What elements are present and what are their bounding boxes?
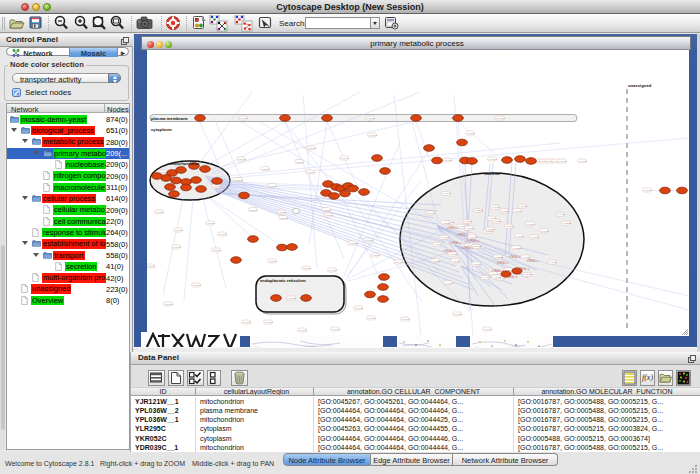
svg-text:Yxx00w: Yxx00w bbox=[264, 321, 273, 324]
svg-text:Yxx00w: Yxx00w bbox=[268, 260, 277, 263]
svg-text:Yxx00w: Yxx00w bbox=[237, 158, 246, 161]
svg-text:Yxx00w: Yxx00w bbox=[302, 267, 311, 270]
svg-text:Yxx00w: Yxx00w bbox=[488, 217, 497, 220]
svg-text:Yxx00w: Yxx00w bbox=[394, 261, 403, 264]
svg-text:Yxx00w: Yxx00w bbox=[488, 158, 497, 161]
svg-text:Yxx00w: Yxx00w bbox=[324, 214, 333, 217]
svg-text:Yxx00w: Yxx00w bbox=[401, 318, 410, 321]
svg-text:Yxx00w: Yxx00w bbox=[442, 222, 451, 225]
svg-text:Yxx00w: Yxx00w bbox=[522, 256, 531, 259]
svg-text:Yxx00w: Yxx00w bbox=[519, 205, 528, 208]
svg-text:Yxx00w: Yxx00w bbox=[557, 213, 566, 216]
svg-text:Yxx00w: Yxx00w bbox=[287, 297, 296, 300]
svg-text:Yxx00w: Yxx00w bbox=[506, 225, 515, 228]
svg-text:unassigned: unassigned bbox=[628, 83, 652, 88]
svg-text:Yxx00w: Yxx00w bbox=[449, 253, 458, 256]
svg-text:xYR00c-x: xYR00c-x bbox=[462, 246, 474, 250]
svg-text:Yxx00w: Yxx00w bbox=[482, 276, 491, 279]
svg-text:Yxx00w: Yxx00w bbox=[164, 303, 173, 306]
svg-text:Yxx00w: Yxx00w bbox=[493, 276, 502, 279]
svg-text:Yxx00w: Yxx00w bbox=[371, 254, 380, 257]
svg-text:Yxx00w: Yxx00w bbox=[432, 260, 441, 263]
svg-text:Yxx00w: Yxx00w bbox=[242, 321, 251, 324]
svg-text:Yxx00w: Yxx00w bbox=[464, 220, 473, 223]
svg-text:Yxx00w: Yxx00w bbox=[492, 206, 501, 209]
svg-text:Yxx00w: Yxx00w bbox=[212, 249, 221, 252]
svg-text:Yxx00w: Yxx00w bbox=[475, 209, 484, 212]
svg-text:Yxx00w: Yxx00w bbox=[563, 222, 572, 225]
svg-text:Yxx00w: Yxx00w bbox=[279, 217, 288, 220]
svg-text:Yxx00w: Yxx00w bbox=[453, 313, 462, 316]
svg-text:Yxx00w: Yxx00w bbox=[469, 236, 478, 239]
svg-text:plasma membrane: plasma membrane bbox=[151, 116, 188, 121]
svg-text:Yxx00w: Yxx00w bbox=[249, 209, 258, 212]
svg-text:nucleus: nucleus bbox=[484, 171, 500, 176]
svg-text:Yxx00w: Yxx00w bbox=[268, 185, 277, 188]
svg-text:Yxx00w: Yxx00w bbox=[322, 209, 331, 212]
svg-text:xYR00c-x: xYR00c-x bbox=[497, 261, 509, 265]
svg-text:Yxx00w: Yxx00w bbox=[643, 189, 652, 192]
svg-text:Yxx00w: Yxx00w bbox=[441, 236, 450, 239]
svg-text:Yxx00w: Yxx00w bbox=[239, 117, 248, 120]
svg-text:Yxx00w: Yxx00w bbox=[331, 328, 340, 331]
svg-text:Yxx00w: Yxx00w bbox=[366, 117, 375, 120]
svg-text:Yxx00w: Yxx00w bbox=[426, 212, 435, 215]
svg-text:Yxx00w: Yxx00w bbox=[147, 265, 155, 268]
svg-text:cytoplasm: cytoplasm bbox=[151, 127, 172, 132]
svg-text:Yxx00w: Yxx00w bbox=[234, 179, 243, 182]
svg-text:Yxx00w: Yxx00w bbox=[473, 263, 482, 266]
svg-text:Yxx00w: Yxx00w bbox=[367, 317, 376, 320]
svg-text:Yxx00w: Yxx00w bbox=[452, 260, 461, 263]
svg-text:Yxx00w: Yxx00w bbox=[172, 246, 181, 249]
svg-text:Yxx00w: Yxx00w bbox=[541, 230, 550, 233]
svg-text:Yxx00w: Yxx00w bbox=[549, 261, 558, 264]
svg-text:Yxx00w: Yxx00w bbox=[496, 117, 505, 120]
svg-text:Yxx00w: Yxx00w bbox=[487, 228, 496, 231]
svg-text:Yxx00w: Yxx00w bbox=[368, 134, 377, 137]
svg-text:Yxx00w: Yxx00w bbox=[493, 220, 502, 223]
svg-text:Yxx00w: Yxx00w bbox=[466, 132, 475, 135]
svg-text:Yxx00w: Yxx00w bbox=[192, 284, 201, 287]
svg-text:xYR00c-x: xYR00c-x bbox=[518, 267, 530, 271]
svg-text:Yxx00w: Yxx00w bbox=[516, 235, 525, 238]
svg-text:Yxx00w: Yxx00w bbox=[445, 282, 454, 285]
svg-text:Yxx00w: Yxx00w bbox=[443, 159, 452, 162]
svg-text:xYR00c-x: xYR00c-x bbox=[527, 259, 539, 263]
svg-text:Yxx00w: Yxx00w bbox=[443, 192, 452, 195]
svg-text:Yxx00w: Yxx00w bbox=[340, 157, 349, 160]
svg-text:xYR00c-x: xYR00c-x bbox=[468, 239, 480, 243]
svg-text:Yxx00w: Yxx00w bbox=[531, 236, 540, 239]
svg-text:Yxx00w: Yxx00w bbox=[558, 160, 567, 163]
svg-text:Yxx00w: Yxx00w bbox=[277, 211, 286, 214]
svg-text:Yxx00w: Yxx00w bbox=[307, 147, 316, 150]
svg-text:Yxx00w: Yxx00w bbox=[466, 227, 475, 230]
svg-text:Yxx00w: Yxx00w bbox=[155, 211, 164, 214]
svg-text:Yxx00w: Yxx00w bbox=[578, 160, 587, 163]
svg-text:Yxx00w: Yxx00w bbox=[206, 222, 215, 225]
svg-text:mitochondrion: mitochondrion bbox=[170, 161, 200, 166]
svg-text:xYR00c-x: xYR00c-x bbox=[506, 275, 518, 279]
svg-text:Yxx00w: Yxx00w bbox=[348, 242, 357, 245]
svg-text:Yxx00w: Yxx00w bbox=[501, 210, 510, 213]
svg-text:xYR00c-x: xYR00c-x bbox=[450, 241, 462, 245]
svg-text:Yxx00w: Yxx00w bbox=[218, 233, 227, 236]
svg-text:Yxx00w: Yxx00w bbox=[514, 210, 523, 213]
svg-text:Yxx00w: Yxx00w bbox=[524, 273, 533, 276]
svg-text:xYR00c-x: xYR00c-x bbox=[444, 249, 456, 253]
svg-text:xYR00c-x: xYR00c-x bbox=[509, 255, 521, 259]
svg-text:xYR00c-x: xYR00c-x bbox=[457, 233, 469, 237]
svg-text:Yxx00w: Yxx00w bbox=[354, 307, 363, 310]
svg-text:Yxx00w: Yxx00w bbox=[212, 185, 221, 188]
svg-text:Yxx00w: Yxx00w bbox=[495, 256, 504, 259]
svg-text:Yxx00w: Yxx00w bbox=[364, 239, 373, 242]
svg-text:endoplasmic reticulum: endoplasmic reticulum bbox=[260, 278, 306, 283]
svg-text:Yxx00w: Yxx00w bbox=[473, 245, 482, 248]
svg-text:Yxx00w: Yxx00w bbox=[513, 247, 522, 250]
svg-text:xYR00c-x: xYR00c-x bbox=[447, 226, 459, 230]
svg-text:Yxx00w: Yxx00w bbox=[261, 168, 270, 171]
svg-text:Yxx00w: Yxx00w bbox=[483, 328, 492, 331]
svg-text:Yxx00w: Yxx00w bbox=[328, 269, 337, 272]
svg-text:Yxx00w: Yxx00w bbox=[527, 223, 536, 226]
svg-text:Yxx00w: Yxx00w bbox=[295, 161, 304, 164]
svg-text:Yxx00w: Yxx00w bbox=[306, 171, 315, 174]
